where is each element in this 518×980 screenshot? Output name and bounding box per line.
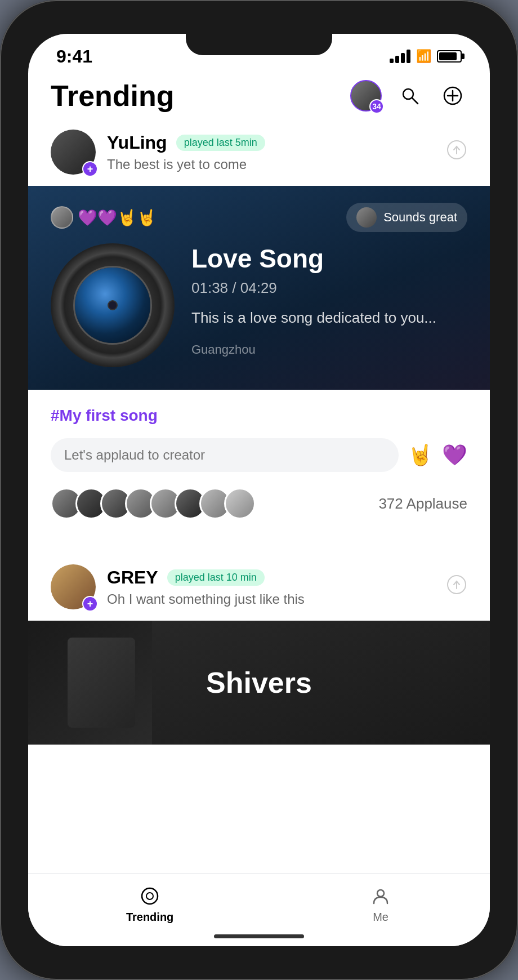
notch [186,34,332,55]
reaction-emojis: 💜💜🤘🤘 [51,206,157,229]
nav-me[interactable]: Me [369,885,392,924]
yuling-subtitle: The best is yet to come [107,157,435,172]
wifi-icon: 📶 [416,49,431,64]
song-description: This is a love song dedicated to you... [191,307,467,329]
svg-point-11 [377,890,384,897]
grey-info: GREY played last 10 min Oh I want someth… [107,567,435,607]
song-location: Guangzhou [191,342,467,357]
reaction-avatar [51,206,73,229]
reaction-row: 💜💜🤘🤘 Sounds great [51,203,467,232]
svg-line-1 [412,98,418,104]
vinyl-record[interactable] [51,243,175,367]
me-label: Me [373,911,388,924]
yuling-avatar[interactable]: + [51,130,96,175]
battery-icon [437,50,462,63]
grey-avatar[interactable]: + [51,564,96,609]
music-details: Love Song 01:38 / 04:29 This is a love s… [191,243,467,357]
reaction-comment-text: Sounds great [383,210,457,225]
hashtag: #My first song [51,407,467,425]
notification-avatar[interactable]: 34 [350,80,382,112]
svg-point-10 [146,893,153,899]
music-card: 💜💜🤘🤘 Sounds great [28,186,490,390]
shivers-title: Shivers [206,666,312,700]
follow-grey-button[interactable]: + [82,596,98,612]
phone-screen: 9:41 📶 Trending 34 [28,34,490,946]
header-actions: 34 [350,80,467,112]
applauder-8[interactable] [224,488,256,519]
played-badge: played last 5min [176,135,265,151]
album-art [75,268,150,343]
applause-row: 372 Applause [51,488,467,519]
shivers-bg [28,621,152,745]
applauders-list [51,488,249,519]
header: Trending 34 [28,73,490,124]
svg-point-9 [142,888,158,904]
comment-input[interactable] [51,438,399,472]
trending-label: Trending [126,911,173,924]
page-title: Trending [51,79,175,113]
phone-frame: 9:41 📶 Trending 34 [0,0,518,980]
shivers-card: Shivers [28,621,490,745]
search-button[interactable] [395,81,425,110]
signal-icon [390,50,410,63]
first-user-row: + YuLing played last 5min The best is ye… [28,124,490,186]
trending-icon [139,885,161,907]
add-button[interactable] [438,81,467,110]
rock-emoji-button[interactable]: 🤘 [408,443,433,467]
vinyl-inner [73,266,152,345]
song-title: Love Song [191,243,467,274]
grey-played-badge: played last 10 min [167,569,265,586]
follow-button[interactable]: + [82,161,98,177]
second-user-section: + GREY played last 10 min Oh I want some… [28,553,490,621]
comment-input-row: 🤘 💜 [51,438,467,472]
home-indicator [214,934,304,938]
grey-user-row: + GREY played last 10 min Oh I want some… [51,564,467,609]
status-icons: 📶 [390,49,462,64]
yuling-info: YuLing played last 5min The best is yet … [107,132,435,172]
emojis-display: 💜💜🤘🤘 [78,208,157,227]
grey-share-button[interactable] [446,574,467,600]
me-icon [369,885,392,907]
vinyl-outer [51,243,175,367]
heart-emoji-button[interactable]: 💜 [442,443,467,467]
status-time: 9:41 [56,46,92,67]
grey-subtitle: Oh I want something just like this [107,591,435,607]
reaction-comment-bubble: Sounds great [346,203,467,232]
song-time: 01:38 / 04:29 [191,279,467,297]
grey-name: GREY [107,567,158,588]
comment-section: #My first song 🤘 💜 372 Applause [28,390,490,536]
user-name-row: YuLing played last 5min [107,132,435,153]
share-button[interactable] [446,139,467,165]
commenter-avatar [356,207,377,228]
nav-trending[interactable]: Trending [126,885,173,924]
vinyl-hole [108,300,118,310]
music-content: Love Song 01:38 / 04:29 This is a love s… [51,243,467,367]
badge-count: 34 [369,99,384,114]
grey-name-row: GREY played last 10 min [107,567,435,588]
applause-count: 372 Applause [378,495,467,513]
yuling-name: YuLing [107,132,167,153]
